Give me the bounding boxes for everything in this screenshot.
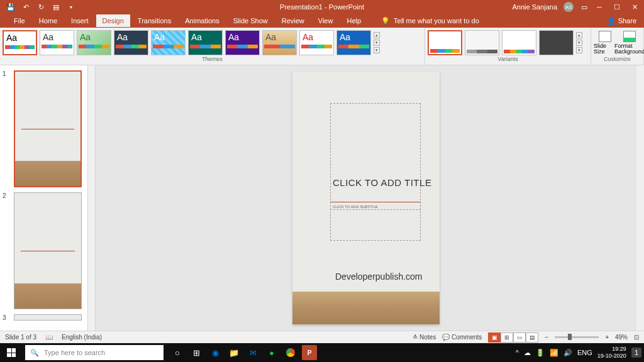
variant-thumb-4[interactable] (539, 30, 574, 55)
redo-icon[interactable]: ↻ (36, 3, 45, 11)
user-avatar[interactable]: AS (564, 2, 574, 12)
tab-insert[interactable]: Insert (65, 14, 95, 27)
slide-thumbnail-3[interactable] (14, 314, 82, 321)
edge-icon[interactable]: ◉ (208, 345, 223, 360)
ribbon-content: Aa Aa Aa Aa Aa Aa Aa Aa Aa Aa ▴ ▾ ▾ Them… (0, 28, 644, 65)
theme-thumb-3[interactable]: Aa (77, 30, 111, 55)
tab-review[interactable]: Review (275, 14, 311, 27)
tab-file[interactable]: File (8, 14, 31, 27)
save-icon[interactable]: 💾 (6, 3, 15, 11)
title-placeholder[interactable] (330, 103, 421, 210)
slide-editor-area[interactable]: CLICK TO ADD TITLE CLICK TO ADD SUBTITLE… (96, 65, 636, 331)
themes-scroll-up-icon[interactable]: ▴ (374, 32, 380, 38)
tab-slideshow[interactable]: Slide Show (227, 14, 274, 27)
powerpoint-icon[interactable]: P (302, 345, 317, 360)
tab-home[interactable]: Home (33, 14, 64, 27)
slide-size-icon (599, 31, 611, 42)
theme-thumb-9[interactable]: Aa (299, 30, 334, 55)
explorer-icon[interactable]: 📁 (226, 345, 242, 360)
themes-scroll-down-icon[interactable]: ▾ (374, 40, 380, 46)
task-view-icon[interactable]: ⊞ (189, 345, 204, 360)
variant-thumb-1[interactable] (428, 30, 462, 55)
maximize-button[interactable]: ☐ (613, 3, 621, 11)
tell-me-search[interactable]: 💡 Tell me what you want to do (381, 17, 479, 25)
share-icon: 👤 (607, 17, 616, 25)
battery-icon[interactable]: 🔋 (536, 349, 545, 357)
undo-icon[interactable]: ↶ (21, 3, 30, 11)
language-tray[interactable]: ENG (577, 349, 592, 356)
main-area: 1 2 3 CLICK TO ADD TITLE CLICK TO ADD SU… (0, 65, 644, 331)
volume-icon[interactable]: 🔊 (564, 349, 572, 357)
theme-thumb-2[interactable]: Aa (40, 30, 74, 55)
editor-scrollbar[interactable] (636, 65, 644, 331)
slide-thumbnail-2[interactable] (14, 192, 82, 309)
taskbar-search[interactable]: 🔍 Type here to search (25, 345, 164, 360)
language-indicator[interactable]: English (India) (62, 334, 102, 341)
notifications-icon[interactable]: 1 (631, 348, 641, 358)
zoom-in-button[interactable]: + (605, 334, 609, 341)
slide-counter[interactable]: Slide 1 of 3 (5, 334, 36, 341)
wifi-icon[interactable]: 📶 (550, 349, 558, 357)
tab-help[interactable]: Help (340, 14, 367, 27)
themes-group-label: Themes (3, 56, 422, 63)
slideshow-view-button[interactable]: ▤ (526, 332, 538, 343)
variant-thumb-2[interactable] (465, 30, 499, 55)
tab-design[interactable]: Design (96, 14, 130, 27)
user-name[interactable]: Annie Sanjana (512, 3, 557, 11)
tab-view[interactable]: View (312, 14, 340, 27)
close-button[interactable]: ✕ (630, 3, 639, 11)
variants-scroll-up-icon[interactable]: ▴ (576, 32, 582, 38)
zoom-out-button[interactable]: − (545, 334, 548, 341)
slide-thumbnail-1[interactable] (14, 70, 82, 187)
zoom-slider[interactable] (555, 336, 599, 338)
normal-view-button[interactable]: ▣ (488, 332, 501, 343)
zoom-level[interactable]: 49% (615, 334, 628, 341)
taskbar-apps: ○ ⊞ ◉ 📁 ✉ ● P (170, 345, 317, 360)
cloud-icon[interactable]: ☁ (524, 349, 531, 357)
theme-thumb-1[interactable]: Aa (3, 30, 37, 55)
share-button[interactable]: 👤 Share (607, 17, 636, 25)
chrome-icon[interactable] (283, 345, 298, 360)
share-label: Share (618, 17, 636, 25)
reading-view-button[interactable]: ▭ (513, 332, 526, 343)
spotify-icon[interactable]: ● (264, 345, 279, 360)
clock[interactable]: 19:29 19-10-2020 (597, 346, 626, 359)
variant-thumb-3[interactable] (502, 30, 536, 55)
thumbnail-number: 2 (3, 192, 6, 199)
qat-customize-icon[interactable]: ▾ (67, 3, 75, 11)
ribbon-display-icon[interactable]: ▭ (580, 3, 589, 11)
time: 19:29 (597, 346, 626, 353)
theme-thumb-6[interactable]: Aa (188, 30, 223, 55)
themes-more-icon[interactable]: ▾ (374, 47, 380, 53)
fit-to-window-button[interactable]: ⊡ (634, 334, 639, 341)
titlebar: 💾 ↶ ↻ ▤ ▾ Presentation1 - PowerPoint Ann… (0, 0, 644, 14)
tray-expand-icon[interactable]: ^ (516, 349, 519, 356)
notes-button[interactable]: ≛ Notes (413, 334, 436, 341)
date: 19-10-2020 (597, 353, 626, 359)
mail-icon[interactable]: ✉ (245, 345, 260, 360)
slide-size-button[interactable]: Slide Size (594, 31, 616, 55)
start-from-beginning-icon[interactable]: ▤ (52, 3, 60, 11)
format-background-button[interactable]: Format Background (618, 31, 641, 55)
minimize-button[interactable]: ─ (595, 3, 604, 11)
theme-thumb-7[interactable]: Aa (225, 30, 260, 55)
tab-animations[interactable]: Animations (179, 14, 225, 27)
comments-button[interactable]: 💬 Comments (442, 334, 482, 341)
thumbnail-scrollbar[interactable] (88, 65, 96, 331)
watermark-text: Developerpublish.com (335, 272, 423, 282)
windows-logo-icon (7, 348, 16, 357)
themes-group: Aa Aa Aa Aa Aa Aa Aa Aa Aa Aa ▴ ▾ ▾ Them… (0, 28, 425, 65)
theme-thumb-4[interactable]: Aa (114, 30, 148, 55)
start-button[interactable] (0, 343, 23, 362)
tab-transitions[interactable]: Transitions (131, 14, 177, 27)
slide-canvas[interactable]: CLICK TO ADD TITLE CLICK TO ADD SUBTITLE… (292, 72, 440, 324)
variants-more-icon[interactable]: ▾ (576, 47, 582, 53)
cortana-icon[interactable]: ○ (170, 345, 185, 360)
theme-thumb-10[interactable]: Aa (336, 30, 371, 55)
theme-thumb-5[interactable]: Aa (151, 30, 186, 55)
variants-scroll-down-icon[interactable]: ▾ (576, 40, 582, 46)
spellcheck-icon[interactable]: 📖 (45, 334, 53, 341)
sorter-view-button[interactable]: ⊞ (501, 332, 513, 343)
theme-thumb-8[interactable]: Aa (262, 30, 297, 55)
search-icon: 🔍 (30, 349, 39, 357)
